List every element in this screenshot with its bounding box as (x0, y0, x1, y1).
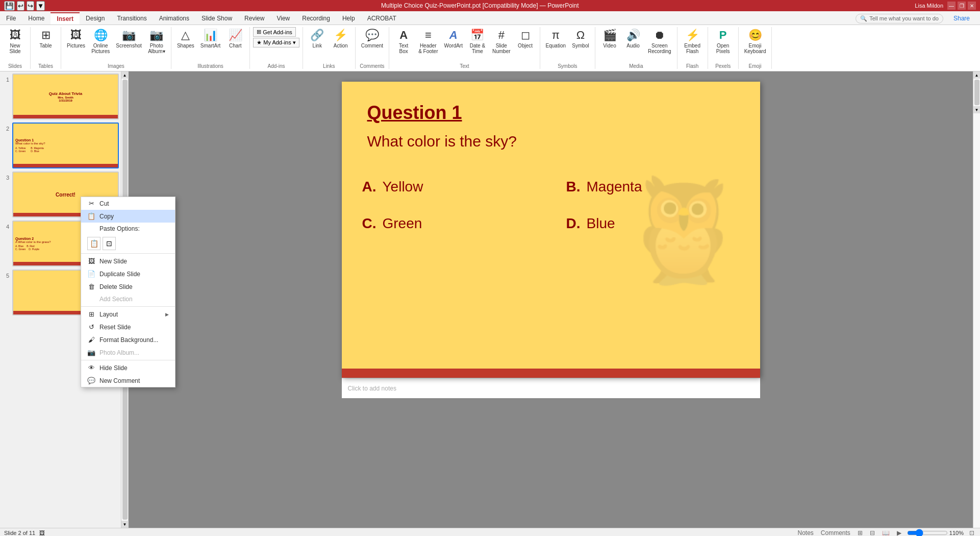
tab-view[interactable]: View (270, 12, 296, 25)
symbol-icon: Ω (576, 29, 585, 42)
photo-album-button[interactable]: 📷 PhotoAlbum▾ (145, 27, 168, 56)
context-copy[interactable]: 📋 Copy (81, 210, 175, 223)
notes-area[interactable]: Click to add notes (342, 378, 760, 398)
context-new-comment[interactable]: 💬 New Comment (81, 374, 175, 387)
online-pictures-button[interactable]: 🌐 OnlinePictures (89, 27, 112, 56)
context-hide-slide[interactable]: 👁 Hide Slide (81, 361, 175, 374)
new-slide-button[interactable]: 🖼 NewSlide (4, 27, 27, 56)
slide-title: Question 1 (367, 102, 462, 124)
ribbon-tab-bar: File Home Insert Design Transitions Anim… (0, 11, 980, 25)
screenshot-button[interactable]: 📷 Screenshot (113, 27, 144, 50)
notes-button[interactable]: Notes (796, 529, 815, 537)
delete-slide-label: Delete Slide (99, 283, 133, 290)
slide-thumb-1[interactable]: Quiz About Trivia Mrs. Smith 1/31/2019 (12, 74, 119, 119)
title-bar: 💾 ↩ ↪ ▼ Multiple Choice Quiz-PowerPoint.… (0, 0, 980, 11)
undo-button[interactable]: ↩ (17, 1, 24, 11)
context-delete-slide[interactable]: 🗑 Delete Slide (81, 280, 175, 293)
tab-insert[interactable]: Insert (51, 12, 80, 25)
tab-animations[interactable]: Animations (153, 12, 195, 25)
header-footer-button[interactable]: ≡ Header& Footer (416, 27, 440, 56)
answer-grid: A. Yellow B. Magenta C. Green D. Blue (362, 179, 740, 232)
video-button[interactable]: 🎬 Video (598, 27, 621, 50)
smartart-button[interactable]: 📊 SmartArt (198, 27, 223, 50)
get-addins-button[interactable]: ⊞ Get Add-ins (253, 27, 295, 37)
context-reset-slide[interactable]: ↺ Reset Slide (81, 321, 175, 333)
emoji-icon: 😊 (748, 29, 762, 42)
symbol-button[interactable]: Ω Symbol (569, 27, 592, 50)
zoom-level: 110% (949, 530, 964, 536)
object-button[interactable]: ◻ Object (514, 27, 537, 50)
header-footer-icon: ≡ (425, 29, 432, 42)
screen-recording-button[interactable]: ⏺ ScreenRecording (645, 27, 674, 56)
share-button[interactable]: Share (947, 13, 976, 24)
canvas-scrollbar[interactable]: ▲ ▼ (973, 71, 980, 528)
pexels-icon: P (719, 29, 727, 42)
canvas-scroll-up-button[interactable]: ▲ (973, 71, 981, 79)
tab-review[interactable]: Review (238, 12, 270, 25)
audio-icon: 🔊 (626, 29, 640, 42)
save-button[interactable]: 💾 (4, 1, 15, 11)
tab-home[interactable]: Home (22, 12, 51, 25)
canvas-scroll-thumb[interactable] (974, 80, 979, 105)
date-time-button[interactable]: 📅 Date &Time (466, 27, 489, 56)
customize-quick-access-button[interactable]: ▼ (36, 1, 45, 11)
paste-btn-2[interactable]: ⊡ (103, 237, 116, 250)
tab-transitions[interactable]: Transitions (111, 12, 153, 25)
minimize-button[interactable]: — (947, 2, 956, 10)
canvas-scroll-down-button[interactable]: ▼ (973, 106, 981, 113)
fit-slide-button[interactable]: ⊡ (968, 529, 976, 537)
wordart-button[interactable]: A WordArt (441, 27, 465, 50)
reading-view-button[interactable]: 📖 (881, 529, 891, 537)
close-button[interactable]: ✕ (968, 2, 976, 10)
format-bg-icon: 🖌 (87, 336, 95, 344)
equation-button[interactable]: π Equation (543, 27, 568, 50)
comment-button[interactable]: 💬 Comment (359, 27, 386, 50)
slide-thumb-2[interactable]: Question 1 What color is the sky? A. Yel… (12, 123, 119, 168)
context-format-background[interactable]: 🖌 Format Background... (81, 333, 175, 346)
context-duplicate-slide[interactable]: 📄 Duplicate Slide (81, 267, 175, 280)
slide-num-4: 4 (2, 221, 9, 230)
paste-btn-1[interactable]: 📋 (87, 237, 100, 250)
window-title: Multiple Choice Quiz-PowerPoint.pot [Com… (45, 2, 915, 9)
redo-button[interactable]: ↪ (27, 1, 34, 11)
normal-view-button[interactable]: ⊞ (856, 529, 864, 537)
audio-button[interactable]: 🔊 Audio (622, 27, 644, 50)
chart-button[interactable]: 📈 Chart (224, 27, 246, 50)
slides-group-label: Slides (8, 63, 22, 69)
action-button[interactable]: ⚡ Action (330, 27, 352, 50)
tab-slideshow[interactable]: Slide Show (195, 12, 238, 25)
scroll-up-button[interactable]: ▲ (121, 71, 129, 79)
tab-acrobat[interactable]: ACROBAT (361, 12, 403, 25)
scroll-down-button[interactable]: ▼ (121, 521, 129, 528)
tab-design[interactable]: Design (80, 12, 111, 25)
link-icon: 🔗 (310, 29, 324, 42)
slide-footer-bar (342, 369, 760, 378)
restore-button[interactable]: ❐ (958, 2, 966, 10)
smartart-icon: 📊 (204, 29, 217, 42)
comments-button[interactable]: Comments (819, 529, 852, 537)
link-button[interactable]: 🔗 Link (306, 27, 329, 50)
context-new-slide[interactable]: 🖼 New Slide (81, 255, 175, 267)
table-button[interactable]: ⊞ Table (35, 27, 57, 50)
tab-help[interactable]: Help (336, 12, 361, 25)
open-pixels-button[interactable]: P OpenPixels (712, 27, 734, 56)
shapes-button[interactable]: △ Shapes (174, 27, 197, 50)
slide-number-button[interactable]: # SlideNumber (490, 27, 513, 56)
slideshow-button[interactable]: ▶ (895, 529, 903, 537)
pictures-button[interactable]: 🖼 Pictures (64, 27, 88, 50)
status-bar: Slide 2 of 11 🖼 Notes Comments ⊞ ⊟ 📖 ▶ 1… (0, 528, 980, 536)
emoji-keyboard-button[interactable]: 😊 EmojiKeyboard (742, 27, 769, 56)
context-cut[interactable]: ✂ Cut (81, 197, 175, 210)
tab-recording[interactable]: Recording (296, 12, 336, 25)
zoom-slider[interactable] (907, 529, 948, 537)
embed-flash-button[interactable]: ⚡ EmbedFlash (681, 27, 703, 56)
slide-item-2[interactable]: 2 Question 1 What color is the sky? A. Y… (2, 123, 119, 168)
status-left: Slide 2 of 11 🖼 (4, 530, 45, 536)
answer-c-label: C. (362, 215, 376, 232)
context-layout[interactable]: ⊞ Layout (81, 308, 175, 321)
slide-sorter-button[interactable]: ⊟ (868, 529, 876, 537)
my-addins-button[interactable]: ★ My Add-ins ▾ (253, 38, 299, 47)
tab-file[interactable]: File (0, 12, 22, 25)
text-box-button[interactable]: A TextBox (392, 27, 415, 56)
slide-item-1[interactable]: 1 Quiz About Trivia Mrs. Smith 1/31/2019 (2, 74, 119, 119)
